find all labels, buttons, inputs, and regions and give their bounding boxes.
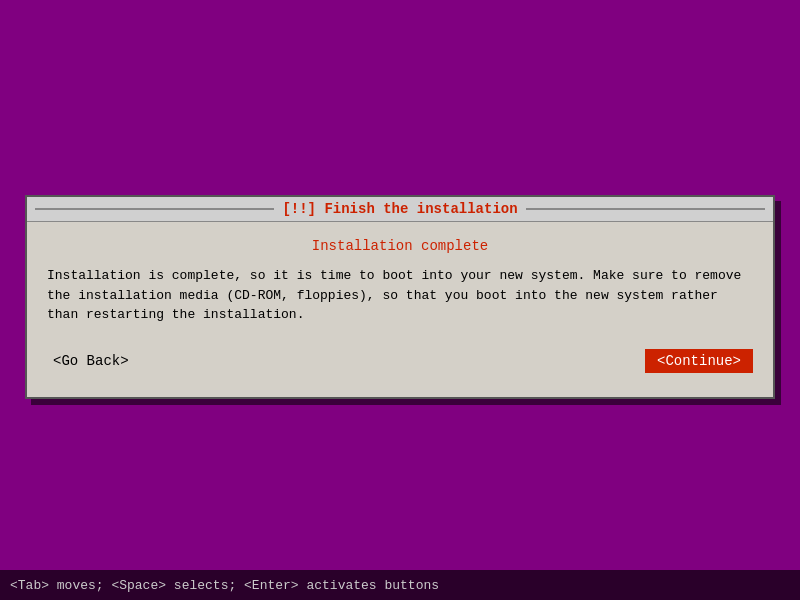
dialog-titlebar: [!!] Finish the installation	[27, 197, 773, 222]
status-bar: <Tab> moves; <Space> selects; <Enter> ac…	[0, 570, 800, 600]
titlebar-line-left	[35, 208, 274, 210]
dialog-title: [!!] Finish the installation	[274, 201, 525, 217]
status-bar-text: <Tab> moves; <Space> selects; <Enter> ac…	[10, 578, 439, 593]
screen: [!!] Finish the installation Installatio…	[0, 0, 800, 600]
installation-complete-label: Installation complete	[47, 238, 753, 254]
dialog-body: Installation complete Installation is co…	[27, 222, 773, 397]
dialog-wrapper: [!!] Finish the installation Installatio…	[25, 195, 775, 399]
continue-button[interactable]: <Continue>	[645, 349, 753, 373]
dialog: [!!] Finish the installation Installatio…	[25, 195, 775, 399]
dialog-message: Installation is complete, so it is time …	[47, 266, 753, 325]
dialog-buttons: <Go Back> <Continue>	[47, 345, 753, 381]
titlebar-line-right	[526, 208, 765, 210]
go-back-button[interactable]: <Go Back>	[47, 351, 135, 371]
